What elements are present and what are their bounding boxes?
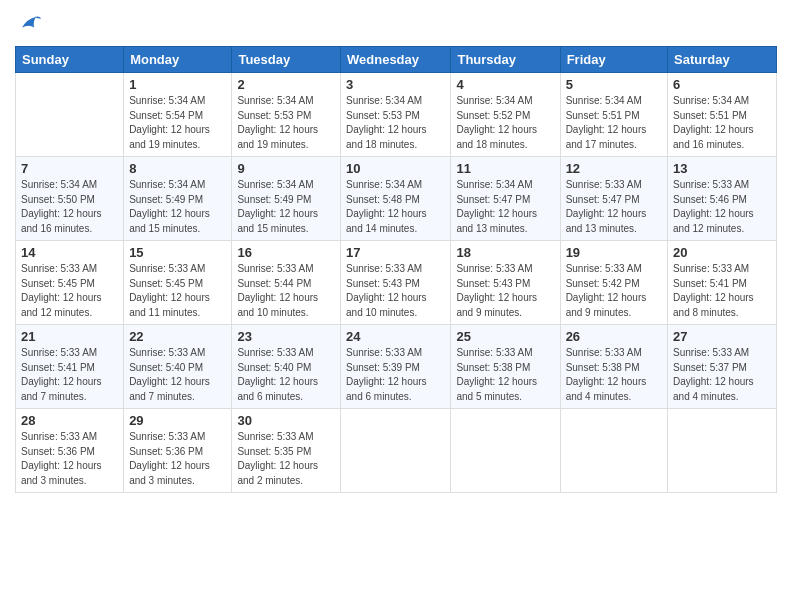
- calendar-day-cell: 10 Sunrise: 5:34 AM Sunset: 5:48 PM Dayl…: [341, 157, 451, 241]
- day-info: Sunrise: 5:33 AM Sunset: 5:41 PM Dayligh…: [21, 346, 118, 404]
- calendar-week-row: 1 Sunrise: 5:34 AM Sunset: 5:54 PM Dayli…: [16, 73, 777, 157]
- day-number: 10: [346, 161, 445, 176]
- day-info: Sunrise: 5:33 AM Sunset: 5:40 PM Dayligh…: [237, 346, 335, 404]
- day-info: Sunrise: 5:33 AM Sunset: 5:43 PM Dayligh…: [346, 262, 445, 320]
- calendar-day-cell: [668, 409, 777, 493]
- day-number: 1: [129, 77, 226, 92]
- day-info: Sunrise: 5:34 AM Sunset: 5:50 PM Dayligh…: [21, 178, 118, 236]
- calendar-day-cell: 9 Sunrise: 5:34 AM Sunset: 5:49 PM Dayli…: [232, 157, 341, 241]
- day-info: Sunrise: 5:34 AM Sunset: 5:49 PM Dayligh…: [237, 178, 335, 236]
- day-number: 25: [456, 329, 554, 344]
- day-of-week-header: Wednesday: [341, 47, 451, 73]
- day-number: 13: [673, 161, 771, 176]
- day-of-week-header: Monday: [124, 47, 232, 73]
- calendar-day-cell: 17 Sunrise: 5:33 AM Sunset: 5:43 PM Dayl…: [341, 241, 451, 325]
- day-number: 8: [129, 161, 226, 176]
- calendar-day-cell: 20 Sunrise: 5:33 AM Sunset: 5:41 PM Dayl…: [668, 241, 777, 325]
- day-number: 15: [129, 245, 226, 260]
- calendar-day-cell: 8 Sunrise: 5:34 AM Sunset: 5:49 PM Dayli…: [124, 157, 232, 241]
- day-number: 22: [129, 329, 226, 344]
- day-of-week-header: Sunday: [16, 47, 124, 73]
- calendar-table: SundayMondayTuesdayWednesdayThursdayFrid…: [15, 46, 777, 493]
- day-info: Sunrise: 5:33 AM Sunset: 5:43 PM Dayligh…: [456, 262, 554, 320]
- day-info: Sunrise: 5:33 AM Sunset: 5:44 PM Dayligh…: [237, 262, 335, 320]
- day-number: 6: [673, 77, 771, 92]
- day-number: 30: [237, 413, 335, 428]
- day-number: 20: [673, 245, 771, 260]
- calendar-day-cell: [16, 73, 124, 157]
- calendar-week-row: 14 Sunrise: 5:33 AM Sunset: 5:45 PM Dayl…: [16, 241, 777, 325]
- day-number: 17: [346, 245, 445, 260]
- calendar-day-cell: 6 Sunrise: 5:34 AM Sunset: 5:51 PM Dayli…: [668, 73, 777, 157]
- page-header: [15, 10, 777, 38]
- day-number: 12: [566, 161, 662, 176]
- day-info: Sunrise: 5:34 AM Sunset: 5:53 PM Dayligh…: [237, 94, 335, 152]
- day-number: 26: [566, 329, 662, 344]
- day-info: Sunrise: 5:33 AM Sunset: 5:45 PM Dayligh…: [129, 262, 226, 320]
- calendar-day-cell: 29 Sunrise: 5:33 AM Sunset: 5:36 PM Dayl…: [124, 409, 232, 493]
- calendar-day-cell: 2 Sunrise: 5:34 AM Sunset: 5:53 PM Dayli…: [232, 73, 341, 157]
- day-info: Sunrise: 5:33 AM Sunset: 5:45 PM Dayligh…: [21, 262, 118, 320]
- calendar-day-cell: 28 Sunrise: 5:33 AM Sunset: 5:36 PM Dayl…: [16, 409, 124, 493]
- day-info: Sunrise: 5:34 AM Sunset: 5:47 PM Dayligh…: [456, 178, 554, 236]
- day-info: Sunrise: 5:34 AM Sunset: 5:52 PM Dayligh…: [456, 94, 554, 152]
- day-info: Sunrise: 5:33 AM Sunset: 5:46 PM Dayligh…: [673, 178, 771, 236]
- day-info: Sunrise: 5:34 AM Sunset: 5:54 PM Dayligh…: [129, 94, 226, 152]
- day-info: Sunrise: 5:34 AM Sunset: 5:53 PM Dayligh…: [346, 94, 445, 152]
- day-info: Sunrise: 5:34 AM Sunset: 5:48 PM Dayligh…: [346, 178, 445, 236]
- calendar-day-cell: 19 Sunrise: 5:33 AM Sunset: 5:42 PM Dayl…: [560, 241, 667, 325]
- logo-icon: [15, 10, 43, 38]
- day-of-week-header: Tuesday: [232, 47, 341, 73]
- calendar-day-cell: 30 Sunrise: 5:33 AM Sunset: 5:35 PM Dayl…: [232, 409, 341, 493]
- day-number: 24: [346, 329, 445, 344]
- calendar-day-cell: 5 Sunrise: 5:34 AM Sunset: 5:51 PM Dayli…: [560, 73, 667, 157]
- day-of-week-header: Saturday: [668, 47, 777, 73]
- calendar-day-cell: 24 Sunrise: 5:33 AM Sunset: 5:39 PM Dayl…: [341, 325, 451, 409]
- calendar-day-cell: 3 Sunrise: 5:34 AM Sunset: 5:53 PM Dayli…: [341, 73, 451, 157]
- calendar-week-row: 28 Sunrise: 5:33 AM Sunset: 5:36 PM Dayl…: [16, 409, 777, 493]
- logo: [15, 10, 47, 38]
- day-of-week-header: Friday: [560, 47, 667, 73]
- day-info: Sunrise: 5:33 AM Sunset: 5:38 PM Dayligh…: [566, 346, 662, 404]
- calendar-day-cell: [560, 409, 667, 493]
- day-info: Sunrise: 5:33 AM Sunset: 5:39 PM Dayligh…: [346, 346, 445, 404]
- day-number: 2: [237, 77, 335, 92]
- calendar-day-cell: 12 Sunrise: 5:33 AM Sunset: 5:47 PM Dayl…: [560, 157, 667, 241]
- day-number: 11: [456, 161, 554, 176]
- calendar-day-cell: 21 Sunrise: 5:33 AM Sunset: 5:41 PM Dayl…: [16, 325, 124, 409]
- day-of-week-header: Thursday: [451, 47, 560, 73]
- day-number: 3: [346, 77, 445, 92]
- calendar-day-cell: [451, 409, 560, 493]
- calendar-day-cell: 16 Sunrise: 5:33 AM Sunset: 5:44 PM Dayl…: [232, 241, 341, 325]
- day-number: 5: [566, 77, 662, 92]
- day-number: 4: [456, 77, 554, 92]
- day-number: 23: [237, 329, 335, 344]
- calendar-day-cell: 11 Sunrise: 5:34 AM Sunset: 5:47 PM Dayl…: [451, 157, 560, 241]
- calendar-week-row: 21 Sunrise: 5:33 AM Sunset: 5:41 PM Dayl…: [16, 325, 777, 409]
- day-info: Sunrise: 5:33 AM Sunset: 5:38 PM Dayligh…: [456, 346, 554, 404]
- day-number: 9: [237, 161, 335, 176]
- calendar-day-cell: 1 Sunrise: 5:34 AM Sunset: 5:54 PM Dayli…: [124, 73, 232, 157]
- calendar-day-cell: 27 Sunrise: 5:33 AM Sunset: 5:37 PM Dayl…: [668, 325, 777, 409]
- day-number: 21: [21, 329, 118, 344]
- day-info: Sunrise: 5:33 AM Sunset: 5:47 PM Dayligh…: [566, 178, 662, 236]
- day-number: 7: [21, 161, 118, 176]
- calendar-day-cell: 26 Sunrise: 5:33 AM Sunset: 5:38 PM Dayl…: [560, 325, 667, 409]
- calendar-day-cell: 7 Sunrise: 5:34 AM Sunset: 5:50 PM Dayli…: [16, 157, 124, 241]
- day-info: Sunrise: 5:34 AM Sunset: 5:51 PM Dayligh…: [673, 94, 771, 152]
- calendar-header-row: SundayMondayTuesdayWednesdayThursdayFrid…: [16, 47, 777, 73]
- day-number: 27: [673, 329, 771, 344]
- day-number: 14: [21, 245, 118, 260]
- calendar-day-cell: 25 Sunrise: 5:33 AM Sunset: 5:38 PM Dayl…: [451, 325, 560, 409]
- day-info: Sunrise: 5:33 AM Sunset: 5:35 PM Dayligh…: [237, 430, 335, 488]
- day-number: 28: [21, 413, 118, 428]
- day-info: Sunrise: 5:34 AM Sunset: 5:49 PM Dayligh…: [129, 178, 226, 236]
- calendar-day-cell: 4 Sunrise: 5:34 AM Sunset: 5:52 PM Dayli…: [451, 73, 560, 157]
- day-info: Sunrise: 5:33 AM Sunset: 5:36 PM Dayligh…: [129, 430, 226, 488]
- calendar-day-cell: 15 Sunrise: 5:33 AM Sunset: 5:45 PM Dayl…: [124, 241, 232, 325]
- calendar-day-cell: 14 Sunrise: 5:33 AM Sunset: 5:45 PM Dayl…: [16, 241, 124, 325]
- day-info: Sunrise: 5:33 AM Sunset: 5:40 PM Dayligh…: [129, 346, 226, 404]
- day-number: 16: [237, 245, 335, 260]
- day-info: Sunrise: 5:33 AM Sunset: 5:36 PM Dayligh…: [21, 430, 118, 488]
- calendar-day-cell: [341, 409, 451, 493]
